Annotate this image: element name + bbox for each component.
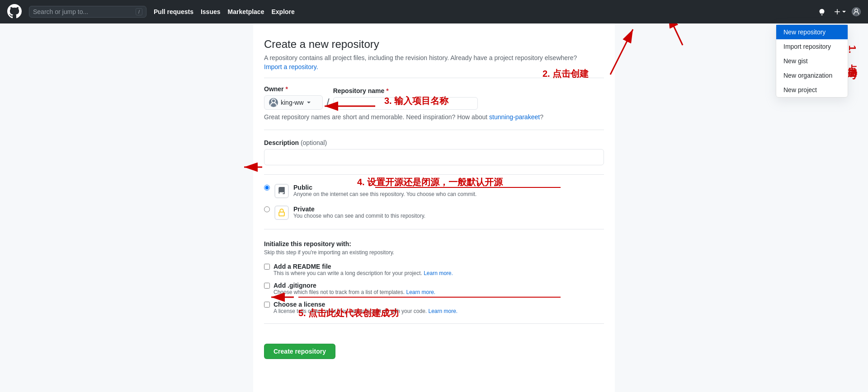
dropdown-new-gist[interactable]: New gist	[776, 54, 848, 68]
dropdown-new-organization[interactable]: New organization	[776, 68, 848, 83]
nav-marketplace[interactable]: Marketplace	[228, 8, 264, 15]
private-desc: You choose who can see and commit to thi…	[293, 213, 425, 219]
license-content: Choose a license A license tells others …	[274, 301, 458, 314]
private-option: Private You choose who can see and commi…	[264, 205, 604, 220]
search-input[interactable]	[33, 8, 136, 15]
init-title: Initialize this repository with:	[264, 240, 604, 247]
plus-menu-container: New repository Import repository New gis…	[832, 5, 848, 18]
notifications-button[interactable]	[816, 5, 828, 18]
repo-name-group: Repository name *	[333, 87, 478, 110]
description-label: Description (optional)	[264, 139, 604, 146]
readme-option: Add a README file This is where you can …	[264, 263, 604, 276]
navbar: / Pull requests Issues Marketplace Explo…	[0, 0, 868, 23]
create-repository-button[interactable]: Create repository	[264, 344, 335, 359]
license-label: Choose a license	[274, 301, 458, 308]
search-kbd: /	[136, 8, 142, 15]
suggestion-text: Great repository names are short and mem…	[264, 113, 604, 121]
slash-divider: /	[326, 96, 330, 110]
plus-button[interactable]	[832, 5, 848, 18]
readme-learn-link[interactable]: Learn more.	[424, 270, 453, 276]
owner-required: *	[285, 85, 288, 93]
desc-divider	[264, 130, 604, 130]
form-divider	[264, 78, 604, 78]
init-skip: Skip this step if you're importing an ex…	[264, 249, 604, 256]
nav-explore[interactable]: Explore	[271, 8, 294, 15]
dropdown-new-project[interactable]: New project	[776, 83, 848, 97]
description-input[interactable]	[264, 149, 604, 165]
search-box[interactable]: /	[29, 6, 146, 18]
public-icon	[274, 184, 289, 198]
license-checkbox[interactable]	[264, 302, 270, 308]
license-option: Choose a license A license tells others …	[264, 301, 604, 314]
nav-links: Pull requests Issues Marketplace Explore	[154, 8, 295, 15]
gitignore-option: Add .gitignore Choose which files not to…	[264, 282, 604, 295]
dropdown-new-repository[interactable]: New repository	[776, 25, 848, 39]
public-radio[interactable]	[264, 185, 270, 191]
private-label: Private	[293, 205, 425, 213]
gitignore-desc: Choose which files not to track from a l…	[274, 289, 435, 295]
page-subtitle: A repository contains all project files,…	[264, 54, 604, 61]
plus-dropdown-menu: New repository Import repository New gis…	[776, 24, 848, 98]
github-logo[interactable]	[7, 4, 22, 20]
page-title: Create a new repository	[264, 38, 604, 51]
avatar[interactable]	[852, 7, 861, 16]
gitignore-label: Add .gitignore	[274, 282, 435, 289]
navbar-right: New repository Import repository New gis…	[816, 5, 861, 18]
import-link[interactable]: Import a repository.	[264, 63, 318, 70]
owner-select[interactable]: king-ww	[264, 95, 323, 110]
repo-required: *	[386, 87, 388, 94]
repo-name-label: Repository name *	[333, 87, 478, 94]
nav-pull-requests[interactable]: Pull requests	[154, 8, 193, 15]
license-desc: A license tells others what they can and…	[274, 308, 458, 314]
gitignore-content: Add .gitignore Choose which files not to…	[274, 282, 435, 295]
private-content: Private You choose who can see and commi…	[293, 205, 425, 219]
visibility-divider	[264, 174, 604, 175]
description-group: Description (optional)	[264, 139, 604, 165]
public-content: Public Anyone on the internet can see th…	[293, 184, 476, 197]
suggestion-link[interactable]: stunning-parakeet	[489, 113, 540, 121]
public-option: Public Anyone on the internet can see th…	[264, 184, 604, 198]
owner-avatar-img	[269, 98, 278, 107]
public-desc: Anyone on the internet can see this repo…	[293, 191, 476, 197]
gitignore-learn-link[interactable]: Learn more.	[406, 289, 435, 295]
gitignore-checkbox[interactable]	[264, 283, 270, 289]
public-label: Public	[293, 184, 476, 191]
init-divider	[264, 229, 604, 229]
owner-label: Owner *	[264, 85, 323, 93]
owner-repo-row: Owner * king-ww / Repository name *	[264, 85, 604, 110]
license-learn-link[interactable]: Learn more.	[429, 308, 458, 314]
readme-desc: This is where you can write a long descr…	[274, 270, 453, 276]
dropdown-import-repository[interactable]: Import repository	[776, 39, 848, 54]
btn-divider	[264, 323, 604, 324]
nav-issues[interactable]: Issues	[201, 8, 221, 15]
readme-label: Add a README file	[274, 263, 453, 270]
owner-group: Owner * king-ww	[264, 85, 323, 110]
readme-checkbox[interactable]	[264, 264, 270, 270]
private-icon	[274, 205, 289, 220]
private-radio[interactable]	[264, 206, 270, 212]
readme-content: Add a README file This is where you can …	[274, 263, 453, 276]
main-content: Create a new repository A repository con…	[253, 23, 615, 392]
repo-name-input[interactable]	[333, 97, 478, 110]
init-section: Initialize this repository with: Skip th…	[264, 240, 604, 314]
owner-name: king-ww	[281, 99, 304, 106]
